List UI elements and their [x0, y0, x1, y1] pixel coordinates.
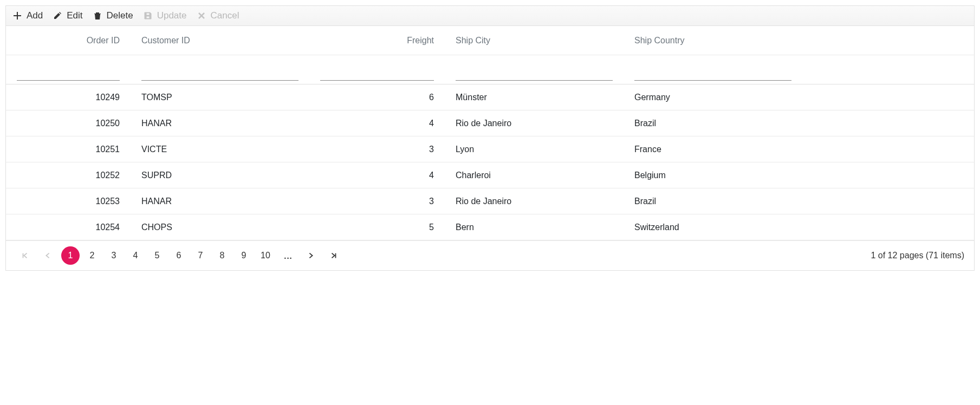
- filter-customer-id[interactable]: [141, 67, 298, 81]
- pager-page-10[interactable]: 10: [256, 246, 275, 265]
- pager-first-button: [16, 246, 34, 265]
- cell-ship-city: Lyon: [445, 145, 624, 154]
- plus-icon: [12, 11, 22, 21]
- cell-order-id: 10251: [6, 145, 131, 154]
- cell-ship-city: Charleroi: [445, 171, 624, 180]
- add-button[interactable]: Add: [12, 10, 43, 21]
- filter-freight[interactable]: [320, 67, 434, 81]
- pager-page-5[interactable]: 5: [148, 246, 166, 265]
- pager-page-4[interactable]: 4: [126, 246, 145, 265]
- edit-button[interactable]: Edit: [53, 10, 82, 21]
- cell-ship-country: Germany: [624, 93, 802, 102]
- cell-customer-id: HANAR: [131, 197, 309, 206]
- cell-ship-country: France: [624, 145, 802, 154]
- table-row[interactable]: 10252SUPRD4CharleroiBelgium: [6, 162, 974, 188]
- cell-ship-country: Brazil: [624, 119, 802, 128]
- cell-freight: 3: [309, 145, 445, 154]
- pager-page-9[interactable]: 9: [235, 246, 253, 265]
- pager: 12345678910 ... 1 of 12 pages (71 items): [6, 240, 974, 270]
- filter-ship-country[interactable]: [634, 67, 791, 81]
- pager-prev-button: [38, 246, 57, 265]
- column-header-order-id[interactable]: Order ID: [6, 36, 131, 45]
- cell-freight: 5: [309, 223, 445, 232]
- cell-customer-id: HANAR: [131, 119, 309, 128]
- pager-ellipsis[interactable]: ...: [279, 251, 297, 260]
- edit-label: Edit: [67, 10, 82, 21]
- column-header-ship-city[interactable]: Ship City: [445, 36, 624, 45]
- pager-page-2[interactable]: 2: [83, 246, 101, 265]
- pager-page-7[interactable]: 7: [191, 246, 210, 265]
- cell-ship-city: Münster: [445, 93, 624, 102]
- cell-customer-id: VICTE: [131, 145, 309, 154]
- cell-customer-id: SUPRD: [131, 171, 309, 180]
- cell-ship-country: Brazil: [624, 197, 802, 206]
- toolbar: Add Edit Delete Update Cancel: [6, 6, 974, 26]
- cell-order-id: 10253: [6, 197, 131, 206]
- pager-next-button[interactable]: [302, 246, 320, 265]
- cell-freight: 6: [309, 93, 445, 102]
- column-header-customer-id[interactable]: Customer ID: [131, 36, 309, 45]
- column-header-ship-country[interactable]: Ship Country: [624, 36, 802, 45]
- table-row[interactable]: 10250HANAR4Rio de JaneiroBrazil: [6, 110, 974, 136]
- pencil-icon: [53, 11, 62, 21]
- table-row[interactable]: 10251VICTE3LyonFrance: [6, 136, 974, 162]
- table-row[interactable]: 10249TOMSP6MünsterGermany: [6, 84, 974, 110]
- cell-freight: 3: [309, 197, 445, 206]
- pager-page-1[interactable]: 1: [61, 246, 80, 265]
- table-row[interactable]: 10253HANAR3Rio de JaneiroBrazil: [6, 188, 974, 214]
- cell-order-id: 10252: [6, 171, 131, 180]
- cell-order-id: 10254: [6, 223, 131, 232]
- delete-button[interactable]: Delete: [93, 10, 133, 21]
- cell-customer-id: CHOPS: [131, 223, 309, 232]
- update-button: Update: [143, 10, 187, 21]
- add-label: Add: [27, 10, 43, 21]
- filter-row: [6, 55, 974, 84]
- cell-freight: 4: [309, 119, 445, 128]
- pager-info: 1 of 12 pages (71 items): [871, 251, 964, 260]
- cancel-label: Cancel: [211, 10, 239, 21]
- column-header-freight[interactable]: Freight: [309, 36, 445, 45]
- close-icon: [197, 11, 206, 21]
- cell-ship-city: Bern: [445, 223, 624, 232]
- pager-page-3[interactable]: 3: [105, 246, 123, 265]
- table-row[interactable]: 10254CHOPS5BernSwitzerland: [6, 214, 974, 240]
- trash-icon: [93, 11, 102, 21]
- header-row: Order ID Customer ID Freight Ship City S…: [6, 26, 974, 55]
- cell-ship-country: Switzerland: [624, 223, 802, 232]
- cancel-button: Cancel: [197, 10, 239, 21]
- delete-label: Delete: [107, 10, 133, 21]
- pager-page-6[interactable]: 6: [170, 246, 188, 265]
- cell-ship-country: Belgium: [624, 171, 802, 180]
- rows-container: 10249TOMSP6MünsterGermany10250HANAR4Rio …: [6, 84, 974, 240]
- pager-last-button[interactable]: [324, 246, 343, 265]
- data-grid: Add Edit Delete Update Cancel: [5, 5, 975, 271]
- filter-ship-city[interactable]: [456, 67, 613, 81]
- pager-page-8[interactable]: 8: [213, 246, 231, 265]
- filter-order-id[interactable]: [17, 67, 120, 81]
- cell-ship-city: Rio de Janeiro: [445, 197, 624, 206]
- cell-order-id: 10249: [6, 93, 131, 102]
- cell-customer-id: TOMSP: [131, 93, 309, 102]
- cell-ship-city: Rio de Janeiro: [445, 119, 624, 128]
- save-icon: [143, 11, 153, 21]
- cell-freight: 4: [309, 171, 445, 180]
- cell-order-id: 10250: [6, 119, 131, 128]
- update-label: Update: [157, 10, 187, 21]
